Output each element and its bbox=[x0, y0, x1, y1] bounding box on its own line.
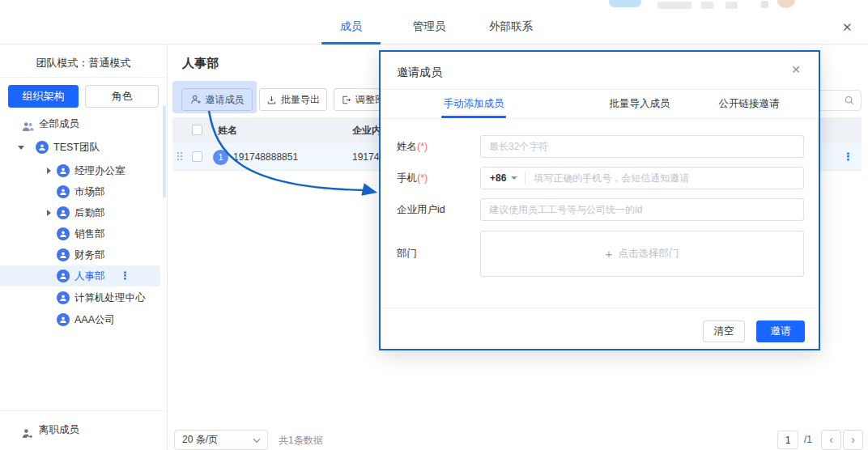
userid-field-label: 企业用户id bbox=[397, 198, 445, 221]
remnant-avatar bbox=[777, 0, 795, 8]
required-mark: (*) bbox=[417, 141, 428, 152]
column-header-name: 姓名 bbox=[218, 117, 237, 143]
sidebar-item-test-team[interactable]: TEST团队 bbox=[0, 137, 160, 158]
divider bbox=[381, 118, 819, 119]
modal-close-icon[interactable]: ✕ bbox=[791, 64, 801, 75]
invite-member-button[interactable]: 邀请成员 bbox=[181, 88, 253, 111]
sidebar-item-label: 离职成员 bbox=[39, 419, 79, 440]
department-avatar-icon bbox=[57, 206, 70, 219]
sidebar-item-label: 后勤部 bbox=[74, 202, 105, 223]
clear-button[interactable]: 清空 bbox=[703, 321, 745, 342]
invite-submit-button[interactable]: 邀请 bbox=[756, 321, 805, 342]
sidebar: 团队模式：普通模式 组织架构 角色 全部成员 TEST团队 经理办公室 bbox=[0, 45, 168, 450]
tab-external-contacts[interactable]: 外部联系人 bbox=[484, 10, 538, 44]
userid-field[interactable] bbox=[480, 198, 804, 221]
sidebar-scrollbar[interactable] bbox=[163, 105, 166, 198]
team-mode-label: 团队模式：普通模式 bbox=[0, 56, 167, 70]
modal-tab-batch-import[interactable]: 批量导入成员 bbox=[603, 90, 676, 118]
plus-icon: + bbox=[606, 247, 613, 261]
sidebar-item-label: TEST团队 bbox=[53, 137, 100, 158]
department-avatar-icon bbox=[57, 164, 70, 177]
caret-down-icon[interactable] bbox=[18, 146, 24, 150]
page-root: 成员 管理员 外部联系人 ✕ 团队模式：普通模式 组织架构 角色 全部成员 TE… bbox=[0, 0, 868, 450]
org-structure-button[interactable]: 组织架构 bbox=[8, 85, 79, 108]
modal-tab-manual-add[interactable]: 手动添加成员 bbox=[441, 90, 506, 118]
country-code-select[interactable]: +86 bbox=[481, 172, 511, 184]
phone-field[interactable] bbox=[525, 168, 803, 188]
row-checkbox[interactable] bbox=[192, 151, 202, 162]
remnant-gray-block bbox=[725, 2, 738, 9]
member-name: 191748888851 bbox=[233, 143, 298, 171]
sidebar-item-finance[interactable]: 财务部 bbox=[0, 244, 160, 265]
divider bbox=[0, 410, 167, 411]
phone-field-group: +86 bbox=[480, 167, 804, 189]
caret-right-icon[interactable] bbox=[47, 210, 51, 216]
page-number-input[interactable] bbox=[777, 431, 798, 449]
page-size-value: 20 条/页 bbox=[182, 434, 218, 445]
department-avatar-icon bbox=[57, 270, 70, 282]
previous-page-button[interactable]: ‹ bbox=[821, 430, 841, 450]
move-out-icon bbox=[341, 95, 351, 105]
row-more-actions-icon[interactable]: ⋮ bbox=[843, 143, 853, 171]
total-count-label: 共1条数据 bbox=[279, 434, 323, 448]
batch-export-button[interactable]: 批量导出 bbox=[259, 88, 327, 111]
sidebar-item-computer-center[interactable]: 计算机处理中心 bbox=[0, 287, 160, 308]
sidebar-item-label: 全部成员 bbox=[39, 113, 79, 134]
sidebar-item-label: 计算机处理中心 bbox=[74, 287, 146, 308]
close-icon[interactable]: ✕ bbox=[842, 21, 853, 33]
phone-field-label: 手机(*) bbox=[397, 167, 428, 189]
roles-button[interactable]: 角色 bbox=[85, 85, 159, 108]
modal-title: 邀请成员 bbox=[397, 66, 442, 80]
invite-member-modal: 邀请成员 ✕ 手动添加成员 批量导入成员 公开链接邀请 姓名(*) 手机(*) … bbox=[379, 50, 820, 350]
sidebar-item-departed-members[interactable]: 离职成员 bbox=[0, 419, 160, 440]
sidebar-item-hr[interactable]: 人事部 ⋮ bbox=[0, 265, 160, 287]
remnant-gray-block bbox=[657, 2, 691, 9]
sidebar-item-marketing[interactable]: 市场部 bbox=[0, 181, 160, 202]
modal-tab-public-link[interactable]: 公开链接邀请 bbox=[713, 90, 785, 118]
department-avatar-icon bbox=[57, 227, 70, 240]
sidebar-item-label: 人事部 bbox=[74, 265, 105, 287]
select-department-label: 点击选择部门 bbox=[618, 247, 679, 261]
name-field-label: 姓名(*) bbox=[397, 135, 428, 158]
more-actions-icon[interactable]: ⋮ bbox=[120, 265, 130, 287]
sidebar-item-sales[interactable]: 销售部 bbox=[0, 223, 160, 244]
download-icon bbox=[266, 95, 277, 105]
batch-export-label: 批量导出 bbox=[281, 93, 320, 107]
person-add-icon bbox=[190, 94, 202, 105]
divider bbox=[0, 77, 167, 78]
name-field[interactable] bbox=[480, 135, 804, 158]
page-size-select[interactable]: 20 条/页 bbox=[174, 430, 268, 450]
next-page-button[interactable]: › bbox=[843, 430, 863, 450]
select-department-button[interactable]: + 点击选择部门 bbox=[480, 231, 804, 277]
department-avatar-icon bbox=[57, 291, 70, 304]
remnant-blue-pill bbox=[609, 0, 641, 7]
department-avatar-icon bbox=[57, 185, 70, 198]
required-mark: (*) bbox=[417, 172, 428, 184]
invite-member-label: 邀请成员 bbox=[206, 93, 245, 107]
sidebar-item-manager-office[interactable]: 经理办公室 bbox=[0, 160, 160, 181]
caret-down-icon[interactable] bbox=[511, 176, 517, 180]
department-avatar-icon bbox=[57, 248, 70, 261]
sidebar-item-label: AAA公司 bbox=[74, 309, 115, 330]
remnant-plus-icon bbox=[761, 1, 768, 8]
sidebar-item-all-members[interactable]: 全部成员 bbox=[0, 113, 160, 134]
department-field-label: 部门 bbox=[397, 242, 417, 265]
page-total-label: /1 bbox=[804, 434, 812, 445]
tab-admins[interactable]: 管理员 bbox=[409, 10, 449, 44]
dialog-tab-bar: 成员 管理员 外部联系人 ✕ bbox=[0, 10, 868, 45]
member-avatar: 1 bbox=[213, 150, 228, 165]
caret-right-icon[interactable] bbox=[47, 168, 51, 174]
sidebar-item-logistics[interactable]: 后勤部 bbox=[0, 202, 160, 223]
remnant-gray-block bbox=[701, 2, 713, 9]
drag-handle-icon[interactable] bbox=[177, 152, 184, 162]
chevron-down-icon bbox=[253, 438, 261, 444]
sidebar-item-label: 财务部 bbox=[74, 244, 105, 265]
sidebar-item-label: 销售部 bbox=[74, 223, 105, 244]
divider bbox=[381, 308, 819, 308]
page-title: 人事部 bbox=[182, 56, 219, 71]
search-icon bbox=[844, 95, 855, 106]
tab-members[interactable]: 成员 bbox=[321, 10, 381, 44]
sidebar-item-aaa-company[interactable]: AAA公司 bbox=[0, 309, 160, 330]
sidebar-item-label: 经理办公室 bbox=[74, 160, 126, 181]
select-all-checkbox[interactable] bbox=[192, 125, 202, 135]
